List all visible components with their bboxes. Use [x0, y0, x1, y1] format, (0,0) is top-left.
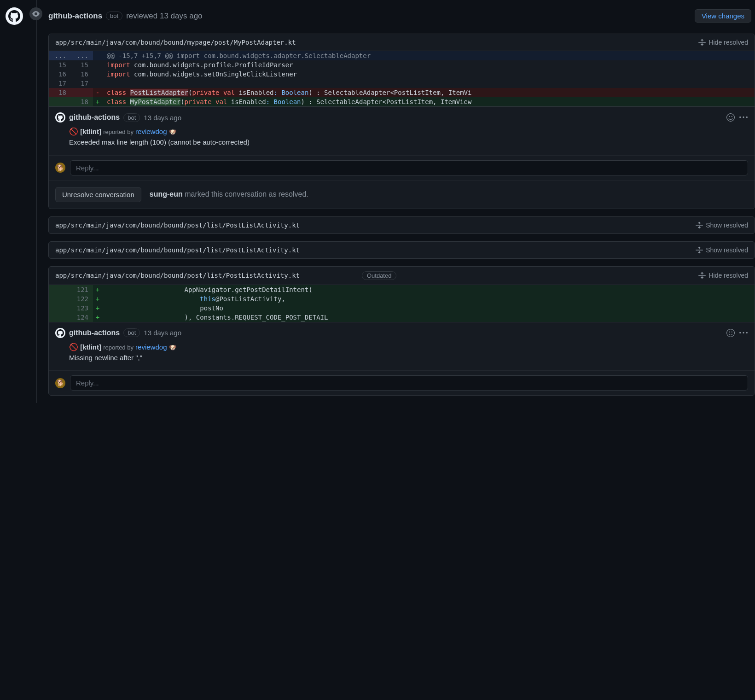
diff-row-added: 123+ postNo [49, 303, 755, 313]
diff-row: 16 16 import com.bound.widgets.setOnSing… [49, 70, 755, 79]
linter-tag: [ktlint] [80, 343, 101, 351]
diff-row: 17 17 [49, 79, 755, 88]
unresolve-button[interactable]: Unresolve conversation [55, 187, 141, 202]
github-avatar-main[interactable] [6, 7, 23, 25]
file-path[interactable]: app/src/main/java/com/bound/bound/post/l… [55, 246, 696, 254]
review-author[interactable]: github-actions [48, 12, 102, 21]
file-path[interactable]: app/src/main/java/com/bound/bound/mypage… [55, 39, 698, 46]
emoji-button[interactable] [726, 328, 735, 338]
no-entry-icon: 🚫 [69, 343, 78, 351]
diff-table: 121+ AppNavigator.getPostDetailIntent( 1… [49, 285, 755, 322]
diff-row-added: 18 + class MyPostAdapter(private val isE… [49, 97, 755, 106]
bot-badge: bot [123, 328, 140, 337]
comment-message: Missing newline after "," [69, 353, 748, 363]
review-action-text: reviewed 13 days ago [126, 12, 202, 21]
file-path[interactable]: app/src/main/java/com/bound/bound/post/l… [55, 222, 696, 229]
collapsed-review-card: app/src/main/java/com/bound/bound/post/l… [48, 216, 755, 234]
diff-row: 15 15 import com.bound.widgets.profile.P… [49, 60, 755, 70]
diff-row-added: 124+ ), Constants.REQUEST_CODE_POST_DETA… [49, 313, 755, 322]
unfold-icon [696, 246, 703, 254]
comment-author[interactable]: github-actions [69, 113, 120, 122]
user-avatar[interactable]: 🐕 [55, 163, 65, 173]
comment-author[interactable]: github-actions [69, 329, 120, 337]
review-badge-icon [29, 7, 42, 20]
kebab-menu-icon[interactable] [739, 113, 748, 122]
reply-input[interactable] [70, 375, 748, 391]
hunk-header: ... ... @@ -15,7 +15,7 @@ import com.bou… [49, 51, 755, 60]
diff-row-deleted: 18 - class PostListAdapter(private val i… [49, 88, 755, 97]
bot-badge: bot [106, 12, 122, 20]
unfold-icon [698, 39, 706, 46]
unfold-icon [698, 272, 706, 279]
linter-tag: [ktlint] [80, 128, 101, 135]
comment-avatar[interactable] [55, 328, 65, 338]
review-comment: github-actions bot 13 days ago 🚫 [ktlint… [49, 322, 755, 371]
view-changes-button[interactable]: View changes [695, 9, 751, 23]
hide-resolved-toggle[interactable]: Hide resolved [698, 272, 748, 279]
review-card: app/src/main/java/com/bound/bound/post/l… [48, 266, 755, 396]
emoji-button[interactable] [726, 113, 735, 122]
no-entry-icon: 🚫 [69, 128, 78, 135]
bot-badge: bot [123, 113, 140, 122]
hide-resolved-toggle[interactable]: Hide resolved [698, 39, 748, 46]
comment-message: Exceeded max line length (100) (cannot b… [69, 137, 748, 148]
outdated-badge: Outdated [362, 271, 397, 280]
reviewdog-link[interactable]: reviewdog [135, 343, 167, 351]
review-comment: github-actions bot 13 days ago 🚫 [ktlint… [49, 106, 755, 155]
collapsed-review-card: app/src/main/java/com/bound/bound/post/l… [48, 241, 755, 259]
comment-time: 13 days ago [144, 114, 181, 122]
reviewdog-link[interactable]: reviewdog [135, 128, 167, 135]
diff-row-added: 122+ this@PostListActivity, [49, 294, 755, 303]
dog-emoji: 🐶 [169, 344, 176, 351]
unfold-icon [696, 222, 703, 229]
review-card: app/src/main/java/com/bound/bound/mypage… [48, 34, 755, 209]
resolved-status: sung-eun marked this conversation as res… [150, 190, 308, 198]
show-resolved-toggle[interactable]: Show resolved [696, 246, 748, 254]
reply-input[interactable] [70, 160, 748, 175]
user-avatar[interactable]: 🐕 [55, 378, 65, 388]
dog-emoji: 🐶 [169, 128, 176, 135]
comment-time: 13 days ago [144, 329, 181, 337]
comment-avatar[interactable] [55, 112, 65, 122]
diff-row-added: 121+ AppNavigator.getPostDetailIntent( [49, 285, 755, 294]
diff-table: ... ... @@ -15,7 +15,7 @@ import com.bou… [49, 51, 755, 106]
file-path[interactable]: app/src/main/java/com/bound/bound/post/l… [55, 272, 357, 279]
kebab-menu-icon[interactable] [739, 328, 748, 338]
show-resolved-toggle[interactable]: Show resolved [696, 222, 748, 229]
